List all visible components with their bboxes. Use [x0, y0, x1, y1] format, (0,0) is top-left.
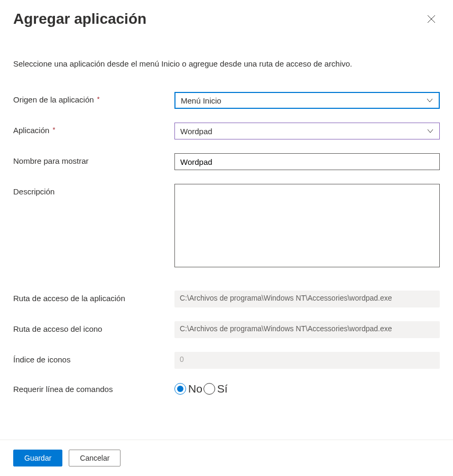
icon-path-value: C:\Archivos de programa\Windows NT\Acces…	[174, 321, 440, 338]
radio-circle	[174, 383, 186, 395]
close-button[interactable]	[423, 11, 440, 27]
field-row-app-path: Ruta de acceso de la aplicación C:\Archi…	[13, 291, 440, 307]
radio-label-yes: Sí	[217, 382, 228, 395]
chevron-down-icon	[427, 127, 434, 135]
field-row-icon-index: Índice de iconos 0	[13, 352, 440, 369]
dialog-title: Agregar aplicación	[13, 11, 146, 27]
cancel-button[interactable]: Cancelar	[69, 450, 121, 466]
source-dropdown[interactable]: Menú Inicio	[174, 92, 440, 109]
radio-dot	[177, 386, 183, 392]
application-label: Aplicación*	[13, 123, 174, 135]
chevron-down-icon	[426, 97, 433, 104]
add-application-dialog: Agregar aplicación Seleccione una aplica…	[0, 0, 453, 419]
radio-option-no[interactable]: No	[174, 382, 202, 395]
require-cmd-label: Requerir línea de comandos	[13, 385, 174, 394]
application-value: Wordpad	[180, 127, 427, 136]
field-row-require-cmd: Requerir línea de comandos No Sí	[13, 382, 440, 395]
close-icon	[427, 15, 436, 23]
radio-circle	[204, 383, 215, 395]
save-button[interactable]: Guardar	[13, 450, 62, 466]
field-row-icon-path: Ruta de acceso del icono C:\Archivos de …	[13, 321, 440, 338]
dialog-subtitle: Seleccione una aplicación desde el menú …	[13, 59, 440, 68]
icon-index-label: Índice de iconos	[13, 352, 174, 364]
description-label: Descripción	[13, 184, 174, 196]
field-row-application: Aplicación* Wordpad	[13, 123, 440, 139]
dialog-header: Agregar aplicación	[13, 11, 440, 27]
radio-option-yes[interactable]: Sí	[204, 382, 228, 395]
description-textarea[interactable]	[174, 184, 440, 267]
source-label: Origen de la aplicación*	[13, 92, 174, 104]
required-indicator: *	[97, 95, 100, 103]
dialog-footer: Guardar Cancelar	[0, 440, 453, 476]
application-dropdown[interactable]: Wordpad	[174, 123, 440, 139]
display-name-input[interactable]	[174, 153, 440, 170]
field-row-source: Origen de la aplicación* Menú Inicio	[13, 92, 440, 109]
app-path-value: C:\Archivos de programa\Windows NT\Acces…	[174, 291, 440, 307]
radio-label-no: No	[188, 382, 202, 395]
require-cmd-radio-group: No Sí	[174, 382, 440, 395]
icon-path-label: Ruta de acceso del icono	[13, 321, 174, 333]
icon-index-value: 0	[174, 352, 440, 369]
app-path-label: Ruta de acceso de la aplicación	[13, 291, 174, 303]
required-indicator: *	[52, 126, 55, 134]
field-row-description: Descripción	[13, 184, 440, 269]
source-value: Menú Inicio	[181, 96, 426, 105]
field-row-display-name: Nombre para mostrar	[13, 153, 440, 170]
display-name-label: Nombre para mostrar	[13, 153, 174, 165]
